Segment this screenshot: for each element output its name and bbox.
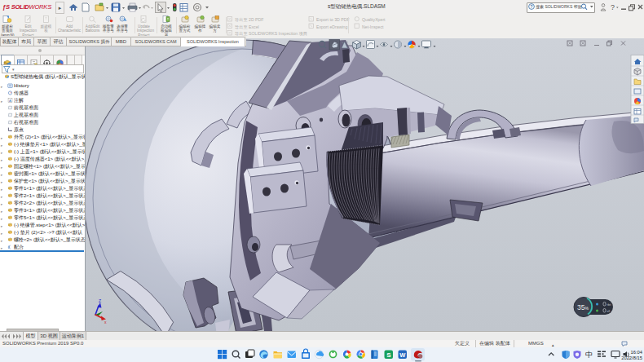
svg-text:?: ? [611, 3, 615, 11]
svg-text:中: 中 [585, 351, 593, 359]
svg-text:?: ? [530, 4, 533, 9]
svg-text:A: A [9, 99, 11, 103]
svg-text:S: S [386, 351, 391, 359]
svg-text:W: W [399, 351, 406, 359]
svg-text:16:04: 16:04 [630, 350, 642, 355]
svg-text:2022/8/15: 2022/8/15 [621, 355, 642, 360]
svg-text:Z: Z [99, 298, 101, 303]
svg-text:oll: oll [607, 310, 611, 313]
svg-text:rbit: rbit [607, 303, 611, 307]
